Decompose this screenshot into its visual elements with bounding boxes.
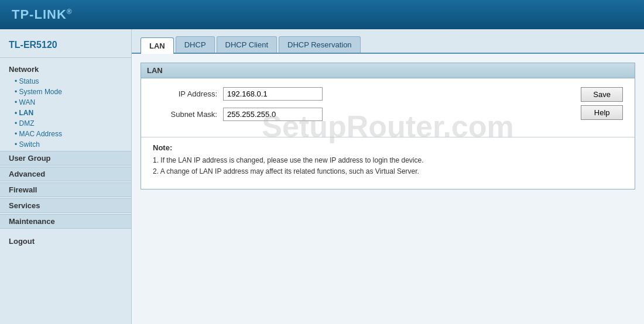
- note-title: Note:: [153, 143, 623, 152]
- tab-dhcp-client[interactable]: DHCP Client: [217, 36, 277, 53]
- sidebar-group-user-group[interactable]: User Group: [0, 151, 131, 166]
- ip-address-row: IP Address:: [153, 87, 569, 101]
- sidebar-group-maintenance[interactable]: Maintenance: [0, 214, 131, 229]
- forms-column: IP Address: Subnet Mask:: [153, 87, 569, 128]
- ip-address-label: IP Address:: [153, 89, 223, 98]
- sidebar-item-dmz[interactable]: • DMZ: [0, 118, 131, 129]
- note-section: Note: 1. If the LAN IP address is change…: [141, 137, 635, 189]
- note-line1: 1. If the LAN IP address is changed, ple…: [153, 155, 623, 166]
- main-content: LAN DHCP DHCP Client DHCP Reservation LA…: [132, 29, 644, 324]
- sidebar-logout[interactable]: Logout: [0, 235, 131, 248]
- logo-registered: ®: [67, 8, 73, 16]
- subnet-mask-label: Subnet Mask:: [153, 110, 223, 119]
- sidebar-section-network[interactable]: Network: [0, 63, 131, 76]
- note-line2: 2. A change of LAN IP address may affect…: [153, 166, 623, 177]
- ip-address-input[interactable]: [223, 87, 323, 101]
- sidebar: TL-ER5120 Network • Status • System Mode…: [0, 29, 132, 324]
- sidebar-item-wan[interactable]: • WAN: [0, 97, 131, 108]
- subnet-mask-input[interactable]: [223, 108, 323, 121]
- sidebar-group-firewall[interactable]: Firewall: [0, 182, 131, 197]
- tab-lan[interactable]: LAN: [141, 37, 174, 54]
- header: TP-LINK®: [0, 0, 644, 29]
- logo-text: TP-LINK: [12, 7, 67, 22]
- sidebar-group-advanced[interactable]: Advanced: [0, 167, 131, 181]
- buttons-column: Save Help: [569, 87, 623, 128]
- lan-section: LAN SetupRouter.com IP Address: Subnet M…: [141, 63, 635, 189]
- layout: TL-ER5120 Network • Status • System Mode…: [0, 29, 644, 324]
- sidebar-item-mac-address[interactable]: • MAC Address: [0, 129, 131, 139]
- sidebar-item-switch[interactable]: • Switch: [0, 139, 131, 150]
- tab-dhcp[interactable]: DHCP: [176, 36, 215, 53]
- sidebar-group-services[interactable]: Services: [0, 198, 131, 213]
- save-button[interactable]: Save: [581, 87, 623, 102]
- tab-bar: LAN DHCP DHCP Client DHCP Reservation: [132, 29, 644, 54]
- content-area: LAN SetupRouter.com IP Address: Subnet M…: [132, 54, 644, 207]
- subnet-mask-row: Subnet Mask:: [153, 108, 569, 121]
- help-button[interactable]: Help: [581, 105, 623, 120]
- sidebar-item-status[interactable]: • Status: [0, 76, 131, 87]
- section-title: LAN: [141, 63, 635, 78]
- sidebar-item-lan[interactable]: • LAN: [0, 108, 131, 118]
- forms-area: IP Address: Subnet Mask: Save Help: [141, 78, 635, 137]
- sidebar-item-system-mode[interactable]: • System Mode: [0, 87, 131, 97]
- device-name: TL-ER5120: [0, 35, 131, 58]
- tab-dhcp-reservation[interactable]: DHCP Reservation: [279, 36, 361, 53]
- logo: TP-LINK®: [12, 7, 73, 22]
